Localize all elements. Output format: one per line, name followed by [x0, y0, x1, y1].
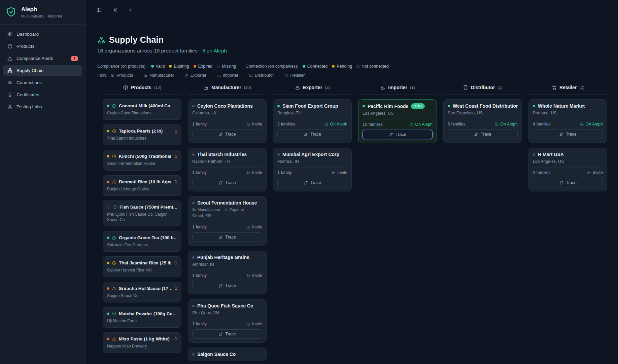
box-icon	[110, 73, 115, 78]
trace-button[interactable]: Trace	[533, 178, 603, 187]
company-card-pacific-rim-foods[interactable]: Pacific Rim FoodsYOULos Angeles, US10 fa…	[358, 99, 437, 143]
product-title: Thai Jasmine Rice (25 lb)	[119, 260, 171, 265]
column-manufacturer: Manufacturer(10)Ceylon Coco PlantationsC…	[188, 85, 267, 361]
product-card[interactable]: Fish Sauce (750ml Premi…Phu Quoc Fish Sa…	[103, 201, 181, 226]
sidebar-item-supply-chain[interactable]: Supply Chain	[3, 65, 82, 76]
sidebar-toggle-button[interactable]	[93, 4, 105, 16]
company-location: Mumbai, IN	[277, 159, 347, 164]
route-icon	[559, 181, 563, 185]
product-title: Sriracha Hot Sauce (17 …	[119, 286, 171, 291]
factory-icon	[203, 85, 209, 90]
product-card[interactable]: Sriracha Hot Sauce (17 …1Saigon Sauce Co	[103, 282, 181, 302]
product-card[interactable]: Basmati Rice (10 lb Aged)1Punjab Heritag…	[103, 175, 181, 196]
product-card[interactable]: Organic Green Tea (100 b…Shizuoka Tea Ga…	[103, 231, 181, 252]
card-divider	[192, 119, 262, 119]
column-cards: Ceylon Coco PlantationsColombo, LK1 fami…	[188, 99, 267, 361]
company-card-h-mart-usa[interactable]: H Mart USALos Angeles, US2 familiesInvit…	[528, 148, 607, 191]
invite-button[interactable]: Invite	[246, 122, 262, 126]
company-card-west-coast-food-distribution[interactable]: West Coast Food DistributionSan Francisc…	[443, 99, 522, 143]
route-icon	[474, 132, 478, 137]
product-card-header: Basmati Rice (10 lb Aged)1	[107, 179, 177, 184]
company-card-thai-starch-industries[interactable]: Thai Starch IndustriesNakhon Pathom, TH1…	[188, 148, 267, 191]
invite-button[interactable]: Invite	[331, 170, 347, 175]
trace-button[interactable]: Trace	[192, 232, 262, 242]
compliance-dot-expiring	[107, 155, 109, 157]
families-count: 2 families	[277, 122, 295, 126]
connection-dot-none	[192, 256, 195, 259]
boat-icon	[217, 73, 221, 78]
invite-button[interactable]: Invite	[246, 225, 262, 229]
compliance-dot-expiring	[107, 262, 109, 264]
trace-label: Trace	[225, 132, 236, 137]
company-card-phu-quoc-fish-sauce-co[interactable]: Phu Quoc Fish Sauce CoPhu Quoc, VN1 fami…	[188, 299, 267, 343]
company-meta-row: 6 familiesOn Aleph	[448, 122, 518, 126]
trace-button[interactable]: Trace	[533, 130, 603, 139]
trace-button[interactable]: Trace	[192, 329, 262, 339]
on-aleph-badge: On Aleph	[580, 122, 603, 126]
sidebar-item-certificates[interactable]: Certificates	[3, 89, 82, 100]
invite-button[interactable]: Invite	[246, 322, 262, 326]
compliance-dot-expiring	[107, 130, 109, 132]
trace-button[interactable]: Trace	[448, 130, 518, 139]
company-card-header: Mumbai Agri Export Corp	[277, 152, 347, 157]
sidebar-item-connections[interactable]: Connections	[3, 77, 82, 88]
product-card[interactable]: Coconut Milk (400ml Ca…Ceylon Coco Plant…	[103, 99, 181, 120]
legend-dot	[151, 65, 154, 68]
company-location: San Francisco, US	[448, 111, 518, 115]
sidebar-item-compliance-alerts[interactable]: Compliance Alerts7	[3, 53, 82, 64]
flow-step-label: Distributor	[255, 73, 274, 78]
app-subtitle: Multi-Industry · Importer	[21, 14, 62, 18]
company-card-seoul-fermentation-house[interactable]: Seoul Fermentation HouseManufacturerExpo…	[188, 196, 267, 246]
sidebar-item-dashboard[interactable]: Dashboard	[3, 29, 82, 40]
compliance-dot-valid	[107, 236, 109, 239]
invite-button[interactable]: Invite	[246, 273, 262, 278]
invite-button[interactable]: Invite	[246, 170, 262, 175]
sun-icon	[112, 7, 118, 14]
company-meta-row: 1 familyInvite	[192, 170, 262, 175]
connection-dot-connected	[448, 105, 450, 107]
flow-step-exporter: Exporter	[184, 73, 206, 78]
sidebar-item-label: Dashboard	[16, 32, 39, 37]
product-card[interactable]: Thai Jasmine Rice (25 lb)1Golden Harvest…	[103, 256, 181, 277]
trace-button[interactable]: Trace	[277, 130, 347, 139]
trace-button[interactable]: Trace	[192, 130, 262, 139]
company-location: Nakhon Pathom, TH	[192, 159, 262, 164]
invite-button[interactable]: Invite	[587, 170, 603, 175]
status-expiring-icon	[112, 261, 116, 265]
trace-label: Trace	[225, 283, 236, 288]
sidebar-item-products[interactable]: Products	[3, 41, 82, 52]
trace-button[interactable]: Trace	[363, 130, 433, 139]
product-card[interactable]: Miso Paste (1 kg White)1Nagano Miso Brew…	[103, 332, 181, 353]
trace-label: Trace	[566, 132, 577, 137]
company-card-header: Saigon Sauce Co	[192, 352, 262, 357]
card-divider	[277, 119, 347, 119]
trace-button[interactable]: Trace	[192, 281, 262, 290]
user-plus-icon	[587, 171, 591, 175]
company-card-whole-nature-market[interactable]: Whole Nature MarketPortland, US4 familie…	[528, 99, 607, 143]
column-title: Retailer	[559, 85, 577, 90]
status-valid-icon	[112, 311, 116, 316]
company-name: Siam Food Export Group	[282, 103, 338, 109]
product-card[interactable]: Kimchi (500g Traditional)1Seoul Fermenta…	[103, 150, 181, 170]
theme-toggle-button[interactable]	[109, 4, 121, 16]
company-card-punjab-heritage-grains[interactable]: Punjab Heritage GrainsAmritsar, IN1 fami…	[188, 251, 267, 294]
sidebar-item-testing-labs[interactable]: Testing Labs	[3, 101, 82, 112]
product-companies: Phu Quoc Fish Sauce Co, Saigon Sauce Co	[107, 212, 177, 222]
trace-button[interactable]: Trace	[192, 178, 262, 187]
sidebar-item-label: Compliance Alerts	[16, 56, 53, 61]
company-roles: ManufacturerExporter	[192, 208, 262, 212]
company-card-header: Pacific Rim FoodsYOU	[363, 103, 433, 109]
company-name: Mumbai Agri Export Corp	[282, 152, 339, 157]
compliance-dot-missing	[107, 206, 110, 209]
award-icon	[7, 92, 13, 98]
compliance-dot-expired	[107, 287, 109, 290]
product-card[interactable]: Tapioca Pearls (2 lb)1Thai Starch Indust…	[103, 124, 181, 145]
company-card-mumbai-agri-export-corp[interactable]: Mumbai Agri Export CorpMumbai, IN1 famil…	[273, 148, 352, 191]
product-card[interactable]: Matcha Powder (100g Ce…Uji Matcha Farm	[103, 307, 181, 328]
company-card-ceylon-coco-plantations[interactable]: Ceylon Coco PlantationsColombo, LK1 fami…	[188, 99, 267, 143]
company-card-saigon-sauce-co[interactable]: Saigon Sauce Co	[188, 348, 267, 361]
company-card-siam-food-export-group[interactable]: Siam Food Export GroupBangkok, TH2 famil…	[273, 99, 352, 143]
trace-button[interactable]: Trace	[277, 178, 347, 187]
back-button[interactable]	[125, 4, 137, 16]
column-title: Distributor	[471, 85, 495, 90]
